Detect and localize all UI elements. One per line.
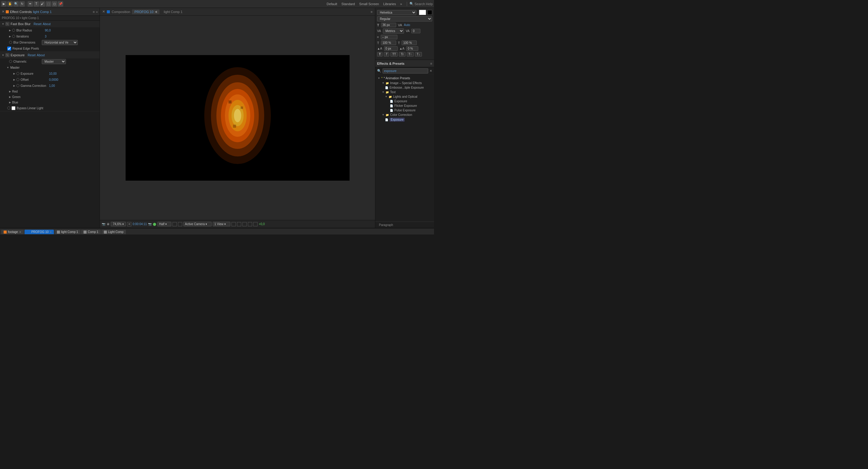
fast-box-blur-reset[interactable]: Reset	[34, 22, 41, 26]
flicker-exposure-item[interactable]: 📄 Flicker Exposure	[375, 103, 434, 108]
panel-menu-icon[interactable]: ≡	[93, 10, 94, 13]
leading-input[interactable]	[381, 35, 397, 39]
exp-val-expand[interactable]: ▶	[13, 72, 15, 75]
red-label[interactable]: ▶ Red	[0, 89, 100, 94]
pin-tool[interactable]: 📌	[58, 1, 63, 7]
font-family-select[interactable]: Helvetica	[377, 10, 416, 15]
stroke-color-swatch[interactable]	[427, 10, 432, 15]
exposure-toggle[interactable]: ▼	[2, 54, 4, 57]
text-color-swatch[interactable]	[419, 10, 426, 15]
offset-expand[interactable]: ▶	[13, 79, 15, 81]
tf-italic-btn[interactable]: T	[384, 52, 389, 57]
blue-label[interactable]: ▶ Blue	[0, 99, 100, 105]
exp-val-stopwatch[interactable]	[17, 72, 19, 75]
comp-tab-1[interactable]: PROFOG 10 ◀	[132, 9, 159, 14]
profog-tab-menu[interactable]: ≡	[50, 230, 52, 233]
exposure-cc-item[interactable]: 📄 Exposure	[375, 117, 434, 122]
footage-tab-close[interactable]: ✕	[19, 230, 22, 233]
font-size-input[interactable]	[381, 23, 396, 27]
exposure-header[interactable]: ▼ fx Exposure Reset About	[0, 52, 100, 58]
exposure-reset[interactable]: Reset	[28, 54, 35, 57]
offset-value[interactable]: 0,0000	[49, 78, 58, 82]
pen-tool[interactable]: ✒	[28, 1, 33, 7]
master-header[interactable]: ▼ Master	[0, 64, 100, 70]
panel-close-btn[interactable]: ✕	[2, 10, 4, 13]
tf-super2-btn[interactable]: T↑	[407, 52, 414, 57]
blur-dimensions-stopwatch[interactable]	[9, 41, 12, 44]
text-tool[interactable]: T	[34, 1, 39, 7]
blur-radius-expand[interactable]: ▶	[9, 29, 11, 32]
comp-tab-2[interactable]: light Comp 1	[161, 9, 185, 14]
fast-box-blur-about[interactable]: About	[43, 22, 51, 26]
iterations-stopwatch[interactable]	[12, 35, 15, 38]
fast-box-blur-toggle[interactable]: ▼	[2, 23, 4, 25]
workspace-standard[interactable]: Standard	[341, 2, 355, 6]
gamma-value[interactable]: 1,00	[49, 84, 55, 88]
tracking-input[interactable]	[411, 29, 421, 33]
light-comp-full-tab[interactable]: Light Comp	[101, 230, 126, 234]
tf-caps-btn[interactable]: TT	[391, 52, 398, 57]
comp-timecode[interactable]: 0:00:04:11	[132, 222, 147, 226]
blue-toggle[interactable]: ▶	[9, 101, 11, 104]
blur-dimensions-select[interactable]: Horizontal and Ve	[42, 40, 78, 45]
workspace-default[interactable]: Default	[327, 2, 337, 6]
pulse-exposure-item[interactable]: 📄 Pulse Exposure	[375, 108, 434, 113]
light-comp-tab[interactable]: light Comp 1	[55, 230, 81, 234]
repeat-edge-checkbox[interactable]	[7, 46, 11, 51]
iterations-expand[interactable]: ▶	[9, 35, 11, 38]
blur-radius-stopwatch[interactable]	[12, 29, 15, 32]
select-tool[interactable]: ▶	[1, 1, 7, 7]
bypass-stopwatch[interactable]	[7, 106, 10, 110]
text-item[interactable]: ▼ 📁 Text	[375, 90, 434, 94]
stamp-tool[interactable]: ⬚	[46, 1, 51, 7]
zoom-display[interactable]: 74,6% ▾	[111, 222, 126, 226]
workspace-libraries[interactable]: Libraries	[383, 2, 396, 6]
image-special-effects-item[interactable]: ▼ 📁 Image – Special Effects	[375, 81, 434, 85]
lights-optical-item[interactable]: ▼ 📁 Lights and Optical	[375, 94, 434, 99]
auto-label[interactable]: Auto	[404, 23, 410, 27]
comp1-tab[interactable]: Comp 1	[81, 230, 101, 234]
exposure-param-value[interactable]: 10,00	[49, 72, 57, 75]
rotate-tool[interactable]: ↻	[19, 1, 25, 7]
tf-sub-btn[interactable]: T↓	[415, 52, 422, 57]
hand-tool[interactable]: ✋	[7, 1, 13, 7]
iterations-value[interactable]: 3	[45, 35, 46, 38]
brush-tool[interactable]: 🖌	[40, 1, 45, 7]
search-help-label[interactable]: Search Help	[414, 2, 433, 6]
color-circle-icon[interactable]: ⬤	[153, 222, 156, 226]
tf-bold-btn[interactable]: T	[377, 52, 382, 57]
kerning-select[interactable]: Metrics	[383, 28, 404, 34]
profog-tab[interactable]: PROFOG 10 ≡	[25, 230, 54, 234]
ep-menu-icon[interactable]: ≡	[430, 62, 432, 65]
comp-panel-menu[interactable]: ≡	[371, 10, 373, 13]
exposure-about[interactable]: About	[37, 54, 45, 57]
channels-stopwatch[interactable]	[9, 60, 12, 63]
comp-panel-close[interactable]: ✕	[102, 10, 105, 13]
view-count-select[interactable]: 1 View ▾	[213, 222, 230, 226]
font-style-select[interactable]: Regular	[377, 16, 432, 22]
channels-select[interactable]: Master	[42, 59, 66, 64]
offset-stopwatch[interactable]	[17, 78, 19, 81]
gamma-stopwatch[interactable]	[17, 84, 19, 87]
bypass-checkbox[interactable]	[11, 106, 16, 110]
baseline-input[interactable]	[384, 46, 398, 51]
panel-expand-icon[interactable]: »	[96, 10, 98, 13]
color-correction-item[interactable]: ▼ 📁 Color Correction	[375, 113, 434, 117]
workspace-small[interactable]: Small Screen	[359, 2, 379, 6]
animation-presets-category[interactable]: ▼ * * Animation Presets	[375, 76, 434, 81]
scale-h-input[interactable]	[381, 40, 396, 45]
scale-v-input[interactable]	[402, 40, 417, 45]
tf-superscript-btn[interactable]: Tr	[399, 52, 405, 57]
quality-select[interactable]: Half ▾	[157, 222, 171, 226]
green-toggle[interactable]: ▶	[9, 96, 11, 98]
view-select[interactable]: Active Camera ▾	[183, 222, 212, 226]
exposure-preset-item[interactable]: 📄 Exposure	[375, 99, 434, 103]
ep-search-input[interactable]	[382, 68, 428, 73]
chevron-more[interactable]: »	[400, 2, 402, 6]
skew-input[interactable]	[406, 46, 418, 51]
camera-snapshot-icon[interactable]: 📷	[148, 222, 152, 226]
emboss-item[interactable]: 📄 Embosse...tiple Exposure	[375, 85, 434, 90]
shape-tool[interactable]: ◻	[52, 1, 57, 7]
ep-clear-icon[interactable]: ✕	[430, 69, 432, 73]
master-toggle[interactable]: ▼	[7, 66, 9, 69]
